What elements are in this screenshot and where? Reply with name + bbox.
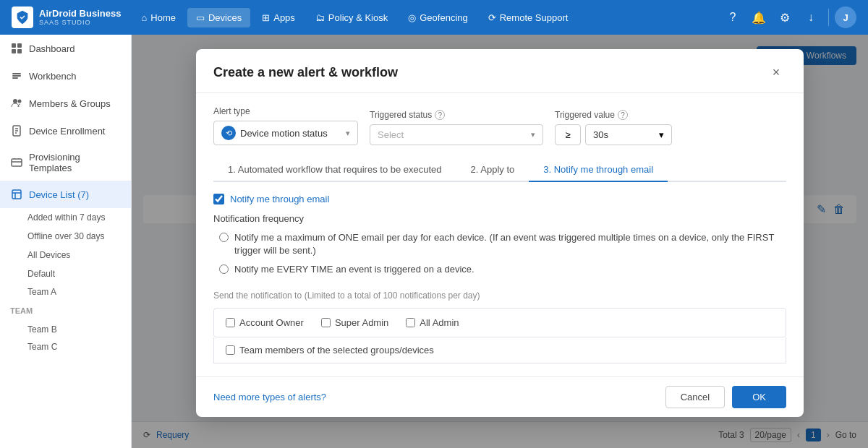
send-to-label: Send the notification to (Limited to a t…: [213, 290, 786, 301]
sidebar-team-c[interactable]: Team C: [0, 338, 131, 356]
recipient-superadmin-label[interactable]: Super Admin: [335, 317, 388, 328]
sidebar-item-devicelist[interactable]: Device List (7): [0, 181, 131, 208]
sidebar-item-dashboard[interactable]: Dashboard: [0, 35, 131, 62]
triggered-status-label: Triggered status ?: [370, 110, 543, 120]
alert-type-group: Alert type ⟲ Device motion status ▾: [213, 106, 358, 145]
notify-email-label[interactable]: Notify me through email: [230, 194, 329, 204]
svg-rect-4: [12, 73, 21, 74]
apps-icon: ⊞: [262, 12, 270, 23]
svg-rect-11: [12, 190, 21, 199]
modal-tabs: 1. Automated workflow that requires to b…: [213, 158, 786, 182]
nav-geofencing[interactable]: ◎ Geofencing: [399, 8, 477, 27]
triggered-status-select[interactable]: Select ▾: [370, 124, 543, 145]
modal-footer: Need more types of alerts? Cancel OK: [196, 376, 804, 417]
value-select[interactable]: 30s ▾: [585, 124, 672, 145]
policy-icon: 🗂: [315, 12, 325, 23]
svg-point-7: [13, 99, 17, 103]
nav-policy[interactable]: 🗂 Policy & Kiosk: [307, 8, 396, 27]
triggered-value-help[interactable]: ?: [618, 110, 628, 120]
footer-buttons: Cancel OK: [665, 386, 786, 408]
svg-rect-1: [17, 43, 22, 48]
nav-devices[interactable]: ▭ Devices: [187, 8, 250, 27]
recipient-owner-label[interactable]: Account Owner: [239, 317, 304, 328]
svg-rect-3: [17, 49, 22, 53]
recipient-all-admin: All Admin: [406, 317, 459, 328]
logo-icon: [12, 7, 33, 28]
device-icon: ▭: [196, 12, 205, 23]
notify-email-checkbox[interactable]: [213, 194, 224, 204]
sidebar-sub-offline[interactable]: Offline over 30 days: [0, 227, 131, 246]
recipient-alladmin-label[interactable]: All Admin: [420, 317, 459, 328]
nav-apps[interactable]: ⊞ Apps: [253, 8, 304, 27]
nav-home[interactable]: ⌂ Home: [132, 8, 184, 27]
alert-type-select[interactable]: ⟲ Device motion status ▾: [213, 121, 358, 145]
radio-once[interactable]: [219, 233, 229, 242]
radio-everytime[interactable]: [219, 264, 229, 274]
tab-automated-workflow[interactable]: 1. Automated workflow that requires to b…: [213, 158, 456, 182]
devicelist-icon: [10, 188, 23, 201]
modal-title: Create a new alert & workflow: [213, 65, 398, 80]
svg-point-8: [18, 100, 22, 103]
alert-type-value: Device motion status: [240, 128, 341, 139]
main-layout: Dashboard Workbench Members & Groups Dev…: [0, 35, 868, 448]
alert-type-chevron: ▾: [346, 129, 350, 138]
sidebar-sub-alldevices[interactable]: All Devices: [0, 246, 131, 264]
sidebar-item-provisioning[interactable]: Provisioning Templates: [0, 145, 131, 181]
sidebar-team-b[interactable]: Team B: [0, 321, 131, 338]
nav-divider: [828, 9, 829, 26]
download-icon[interactable]: ↓: [799, 6, 822, 29]
settings-icon[interactable]: ⚙: [773, 6, 796, 29]
geofencing-icon: ◎: [408, 12, 416, 23]
create-alert-modal: Create a new alert & workflow × Alert ty…: [196, 49, 804, 417]
modal-body: Alert type ⟲ Device motion status ▾ Trig…: [196, 93, 804, 376]
recipient-owner-checkbox[interactable]: [226, 318, 235, 327]
app-subtitle: SAAS STUDIO: [39, 19, 121, 26]
members-icon: [10, 97, 23, 110]
tab-apply-to[interactable]: 2. Apply to: [456, 158, 529, 182]
alert-form-row: Alert type ⟲ Device motion status ▾ Trig…: [213, 106, 786, 145]
nav-remote-support[interactable]: ⟳ Remote Support: [480, 8, 577, 27]
recipient-account-owner: Account Owner: [226, 317, 304, 328]
radio-everytime-label[interactable]: Notify me EVERY TIME an event is trigger…: [234, 263, 475, 276]
triggered-value-group: Triggered value ? ≥ 30s ▾: [555, 110, 672, 145]
workbench-icon: [10, 69, 23, 82]
recipients-row: Account Owner Super Admin All Admin: [226, 317, 774, 328]
sidebar-item-workbench[interactable]: Workbench: [0, 62, 131, 90]
top-navigation: AirDroid Business SAAS STUDIO ⌂ Home ▭ D…: [0, 0, 868, 35]
sidebar: Dashboard Workbench Members & Groups Dev…: [0, 35, 132, 448]
support-icon: ⟳: [488, 12, 496, 23]
svg-rect-0: [12, 43, 16, 48]
recipient-team-label[interactable]: Team members of the selected groups/devi…: [239, 345, 434, 356]
sidebar-sub-default[interactable]: Default: [0, 264, 131, 283]
dashboard-icon: [10, 42, 23, 55]
sidebar-item-members[interactable]: Members & Groups: [0, 90, 131, 117]
operator-select[interactable]: ≥: [555, 124, 581, 145]
triggered-status-help[interactable]: ?: [435, 110, 445, 120]
recipient-superadmin-checkbox[interactable]: [321, 318, 331, 327]
sidebar-item-enrollment[interactable]: Device Enrollment: [0, 117, 131, 145]
notify-checkbox-row: Notify me through email: [213, 194, 786, 204]
value-chevron: ▾: [659, 129, 664, 140]
tab-notify-email[interactable]: 3. Notify me through email: [529, 158, 668, 182]
value-display: 30s: [593, 129, 655, 140]
svg-rect-5: [12, 75, 21, 77]
triggered-status-placeholder: Select: [378, 129, 527, 140]
cancel-button[interactable]: Cancel: [665, 386, 725, 408]
app-name: AirDroid Business: [39, 9, 121, 19]
ok-button[interactable]: OK: [732, 386, 786, 408]
recipient-super-admin: Super Admin: [321, 317, 388, 328]
sidebar-sub-added[interactable]: Added within 7 days: [0, 208, 131, 227]
recipient-team-checkbox[interactable]: [226, 345, 235, 355]
main-content: + Alerts & Workflows ✎ 🗑 Create a new al…: [132, 35, 868, 448]
radio-once-label[interactable]: Notify me a maximum of ONE email per day…: [234, 231, 786, 257]
bell-icon[interactable]: 🔔: [747, 6, 770, 29]
help-icon[interactable]: ?: [721, 6, 744, 29]
recipient-alladmin-checkbox[interactable]: [406, 318, 415, 327]
user-avatar[interactable]: J: [835, 7, 856, 28]
sidebar-team-a[interactable]: Team A: [0, 283, 131, 301]
provisioning-icon: [10, 156, 23, 169]
app-logo[interactable]: AirDroid Business SAAS STUDIO: [12, 7, 121, 28]
modal-close-button[interactable]: ×: [766, 62, 786, 82]
need-more-alerts-link[interactable]: Need more types of alerts?: [213, 392, 326, 402]
sidebar-team-section: Team: [0, 301, 131, 321]
